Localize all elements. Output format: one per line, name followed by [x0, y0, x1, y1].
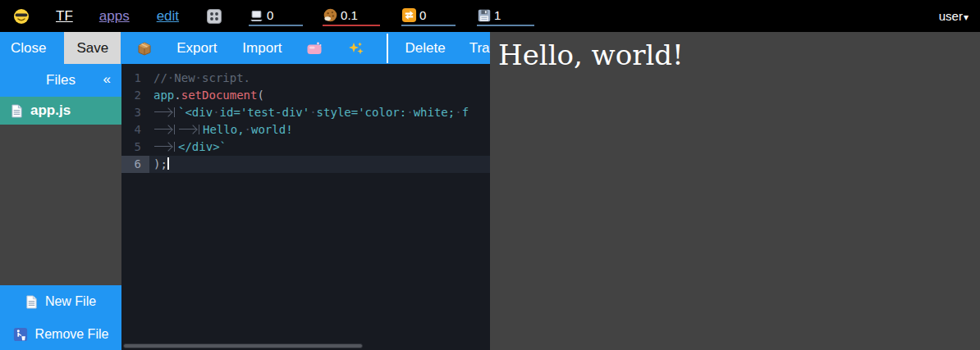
code-token: Hello,	[203, 123, 245, 136]
code-line-2[interactable]: 2app.setDocument(	[121, 87, 490, 104]
file-item-label: app.js	[30, 102, 71, 119]
code-token: ·	[455, 106, 461, 119]
text-cursor	[167, 157, 169, 170]
sparkles-button[interactable]	[348, 32, 364, 64]
tab-arrow-icon	[153, 125, 175, 134]
line-number: 1	[121, 70, 149, 87]
cookie-count-input[interactable]	[341, 8, 373, 23]
code-token: </div>`	[178, 140, 227, 153]
code-token: ·	[195, 71, 202, 84]
code-token: //	[153, 71, 167, 84]
package-icon	[136, 40, 153, 57]
litter-bin-icon	[13, 327, 28, 342]
code-line-6[interactable]: 6);	[121, 156, 490, 173]
repeat-count-input[interactable]	[419, 8, 452, 23]
remove-file-label: Remove File	[35, 327, 109, 342]
save-button[interactable]: Save	[64, 32, 121, 64]
package-button[interactable]	[136, 32, 153, 64]
files-title: Files	[46, 72, 76, 89]
sparkles-icon	[348, 40, 364, 57]
cookie-count-field	[323, 7, 380, 26]
code-token: .	[174, 89, 181, 102]
line-number: 4	[121, 121, 149, 139]
cookie-icon	[323, 7, 338, 23]
line-number: 6	[121, 156, 149, 173]
files-header: Files «	[0, 64, 121, 97]
code-line-text: app.setDocument(	[149, 87, 264, 104]
tab-arrow-icon	[153, 142, 175, 152]
code-token: f	[462, 106, 469, 119]
preview-hello-text: Hello, world!	[498, 38, 972, 73]
soap-icon	[306, 41, 323, 56]
new-file-button[interactable]: New File	[0, 285, 121, 318]
code-line-4[interactable]: 4Hello,·world!	[121, 121, 490, 139]
code-token: );	[153, 157, 167, 170]
code-token: script.	[202, 71, 250, 84]
code-lines: 1//·New·script.2app.setDocument(3`<div·i…	[121, 70, 490, 173]
line-number: 2	[121, 87, 149, 104]
link-tf[interactable]: TF	[56, 8, 73, 25]
tab-arrow-icon	[178, 125, 199, 134]
code-token: New	[174, 71, 195, 84]
code-token: ·	[309, 106, 316, 119]
code-line-text: </div>`	[149, 139, 227, 156]
horizontal-scrollbar[interactable]	[123, 343, 363, 348]
export-button[interactable]: Export	[176, 32, 217, 64]
sidebar-empty-area	[0, 125, 121, 285]
file-item-appjs[interactable]: app.js	[0, 97, 121, 125]
user-menu[interactable]: user▾	[939, 9, 969, 23]
remove-file-button[interactable]: Remove File	[0, 318, 121, 350]
code-token: ·	[213, 106, 219, 119]
code-line-5[interactable]: 5</div>`	[121, 139, 490, 156]
die-face-4-icon[interactable]	[206, 8, 222, 25]
link-apps[interactable]: apps	[99, 8, 130, 25]
soap-button[interactable]	[306, 32, 323, 64]
user-menu-label: user	[939, 9, 963, 23]
empty-button[interactable]	[387, 34, 388, 63]
code-line-3[interactable]: 3`<div·id='test-div'·style='color:·white…	[121, 104, 490, 121]
save-count-input[interactable]	[494, 8, 527, 23]
code-token: white;	[414, 106, 456, 119]
code-token: `<div	[178, 106, 213, 119]
files-sidebar: Files « app.js	[0, 64, 121, 350]
preview-panel: Hello, world!	[490, 32, 980, 350]
code-token: (	[257, 89, 263, 102]
code-token: ·	[245, 123, 251, 136]
document-icon	[11, 104, 23, 118]
code-line-1[interactable]: 1//·New·script.	[121, 70, 490, 87]
editor-toolbar: Close Save Export Import	[0, 32, 490, 64]
monitor-count-field	[249, 7, 303, 26]
code-token: app	[153, 89, 174, 102]
smiling-face-with-sunglasses-icon[interactable]	[13, 8, 30, 25]
new-file-icon	[25, 295, 38, 309]
code-line-text: `<div·id='test-div'·style='color:·white;…	[149, 104, 469, 121]
code-token: ·	[406, 106, 413, 119]
code-editor[interactable]: 1//·New·script.2app.setDocument(3`<div·i…	[121, 64, 490, 350]
line-number: 5	[121, 139, 149, 156]
code-token: world!	[251, 123, 293, 136]
code-line-text: //·New·script.	[149, 70, 250, 87]
new-file-label: New File	[45, 294, 96, 309]
collapse-sidebar-button[interactable]: «	[103, 71, 111, 88]
save-count-field	[477, 7, 534, 26]
chevron-down-icon: ▾	[964, 11, 969, 23]
laptop-icon	[249, 8, 264, 23]
tab-arrow-icon	[153, 107, 175, 117]
link-edit[interactable]: edit	[157, 8, 179, 25]
code-line-text: Hello,·world!	[149, 121, 293, 139]
repeat-icon	[401, 7, 417, 23]
code-line-text: );	[149, 156, 169, 173]
line-number: 3	[121, 104, 149, 121]
floppy-disk-icon	[477, 8, 492, 23]
close-button[interactable]: Close	[11, 32, 46, 64]
code-token: setDocument	[181, 89, 258, 102]
code-token: id='test-div'	[220, 106, 310, 119]
code-token: style='color:	[317, 106, 407, 119]
repeat-count-field	[401, 7, 456, 26]
monitor-count-input[interactable]	[267, 8, 300, 23]
import-button[interactable]: Import	[242, 32, 282, 64]
topbar: TF apps edit	[0, 0, 980, 32]
delete-button[interactable]: Delete	[405, 32, 446, 64]
